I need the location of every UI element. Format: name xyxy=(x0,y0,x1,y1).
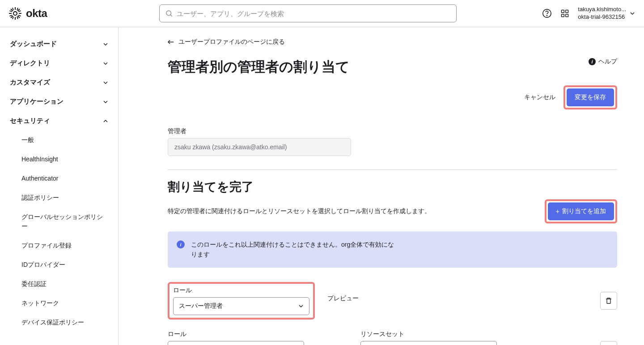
save-highlight: 変更を保存 xyxy=(564,85,617,109)
sidebar-item-directory[interactable]: ディレクトリ xyxy=(0,54,118,73)
chevron-down-icon xyxy=(103,42,108,47)
svg-point-0 xyxy=(13,12,17,15)
svg-line-13 xyxy=(10,11,13,12)
sidebar-subitem-device-assurance[interactable]: デバイス保証ポリシー xyxy=(0,313,118,332)
chevron-down-icon xyxy=(103,61,108,66)
org-name: okta-trial-9632156 xyxy=(578,13,626,21)
trash-icon xyxy=(605,297,612,304)
svg-rect-23 xyxy=(562,14,564,17)
sidebar-subitem-profile-enrollment[interactable]: プロファイル登録 xyxy=(0,236,118,255)
search-input[interactable] xyxy=(177,10,451,17)
svg-rect-22 xyxy=(566,10,568,13)
info-banner: i このロールをこれ以上関連付けることはできません。org全体で有効になります xyxy=(168,231,617,268)
svg-line-15 xyxy=(10,15,13,16)
section-description: 特定の管理者に関連付けるロールとリソースセットを選択してロール割り当てを作成しま… xyxy=(168,207,431,215)
plus-icon: + xyxy=(556,208,559,215)
info-text: このロールをこれ以上関連付けることはできません。org全体で有効になります xyxy=(191,240,397,260)
assignment-row: ロール view_users プレビュー リソースセット users_resou… xyxy=(168,330,617,345)
sidebar-subitem-authenticator[interactable]: Authenticator xyxy=(0,169,118,188)
chevron-down-icon xyxy=(103,80,108,85)
okta-burst-icon xyxy=(9,7,21,20)
section-title: 割り当てを完了 xyxy=(168,179,617,195)
admin-label: 管理者 xyxy=(168,127,617,135)
role-label: ロール xyxy=(168,330,304,338)
apps-grid-button[interactable] xyxy=(560,8,570,18)
back-link[interactable]: ユーザープロファイルのページに戻る xyxy=(168,38,617,46)
chevron-down-icon xyxy=(630,11,635,16)
svg-line-14 xyxy=(18,15,21,16)
svg-line-10 xyxy=(17,17,18,19)
svg-line-8 xyxy=(11,16,13,18)
svg-line-18 xyxy=(170,15,172,17)
role-highlight: ロール スーパー管理者 xyxy=(168,282,315,320)
sidebar-subitem-general[interactable]: 一般 xyxy=(0,130,118,150)
chevron-down-icon xyxy=(298,303,304,309)
sidebar-subitem-delegated-auth[interactable]: 委任認証 xyxy=(0,274,118,294)
role-label: ロール xyxy=(173,286,309,295)
arrow-left-icon xyxy=(168,39,174,45)
chevron-down-icon xyxy=(103,99,108,105)
sidebar-item-applications[interactable]: アプリケーション xyxy=(0,92,118,111)
help-link[interactable]: i ヘルプ xyxy=(589,58,617,66)
svg-line-9 xyxy=(13,8,13,11)
header: okta takuya.kishimoto... okta-trial-9632… xyxy=(0,0,644,27)
svg-rect-24 xyxy=(566,14,568,17)
svg-line-7 xyxy=(18,9,20,11)
delete-assignment-button[interactable] xyxy=(600,341,617,345)
assignment-row: ロール スーパー管理者 プレビュー xyxy=(168,282,617,320)
grid-icon xyxy=(560,9,569,18)
admin-readonly-field: zsaku zkawa (zsaku.zkawa@atko.email) xyxy=(168,138,351,156)
delete-assignment-button[interactable] xyxy=(600,292,617,310)
svg-line-11 xyxy=(17,8,18,11)
info-icon: i xyxy=(177,240,185,248)
sidebar-subitem-healthinsight[interactable]: HealthInsight xyxy=(0,150,118,169)
user-name: takuya.kishimoto... xyxy=(578,6,626,13)
page-title: 管理者別の管理者の割り当て xyxy=(168,58,350,76)
question-circle-icon xyxy=(542,8,552,18)
svg-line-12 xyxy=(13,17,13,19)
svg-point-20 xyxy=(547,15,547,16)
user-menu[interactable]: takuya.kishimoto... okta-trial-9632156 xyxy=(578,6,635,21)
resource-select[interactable]: users_resource xyxy=(360,341,497,345)
svg-line-16 xyxy=(18,11,21,12)
sidebar-item-customize[interactable]: カスタマイズ xyxy=(0,73,118,92)
sidebar-item-dashboard[interactable]: ダッシュボード xyxy=(0,34,118,54)
sidebar-subitem-global-session[interactable]: グローバルセッションポリシー xyxy=(0,207,118,236)
cancel-button[interactable]: キャンセル xyxy=(524,93,555,101)
save-button[interactable]: 変更を保存 xyxy=(567,88,614,106)
info-circle-icon: i xyxy=(589,58,596,65)
main-content: ユーザープロファイルのページに戻る 管理者別の管理者の割り当て i ヘルプ キャ… xyxy=(119,27,644,345)
sidebar-item-security[interactable]: セキュリティ xyxy=(0,111,118,130)
add-highlight: + 割り当てを追加 xyxy=(545,199,617,223)
sidebar: ダッシュボード ディレクトリ カスタマイズ アプリケーション セキュリティ 一般… xyxy=(0,27,119,345)
search-box[interactable] xyxy=(159,4,457,22)
help-icon-button[interactable] xyxy=(542,8,552,18)
svg-point-17 xyxy=(166,11,171,16)
logo-section: okta xyxy=(9,7,152,20)
add-assignment-button[interactable]: + 割り当てを追加 xyxy=(548,202,614,220)
sidebar-subitem-network[interactable]: ネットワーク xyxy=(0,294,118,313)
role-select[interactable]: スーパー管理者 xyxy=(173,297,309,315)
svg-rect-21 xyxy=(562,10,564,13)
resource-label: リソースセット xyxy=(360,330,497,338)
role-select[interactable]: view_users xyxy=(168,341,304,345)
sidebar-subitem-auth-policy[interactable]: 認証ポリシー xyxy=(0,188,118,207)
sidebar-subitem-id-provider[interactable]: IDプロバイダー xyxy=(0,255,118,274)
preview-link[interactable]: プレビュー xyxy=(327,282,359,307)
svg-line-6 xyxy=(18,16,20,18)
brand-text: okta xyxy=(26,7,47,20)
chevron-up-icon xyxy=(103,118,108,124)
svg-line-5 xyxy=(11,9,13,11)
divider xyxy=(168,169,617,170)
search-icon xyxy=(165,9,173,17)
